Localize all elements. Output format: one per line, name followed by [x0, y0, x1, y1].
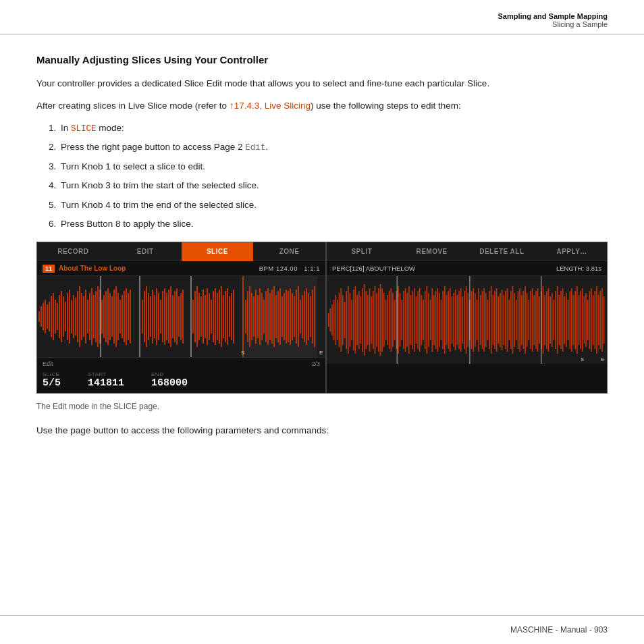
tab-zone[interactable]: ZONE	[253, 242, 325, 261]
svg-rect-284	[599, 291, 601, 349]
svg-rect-48	[144, 291, 145, 342]
svg-text:S: S	[241, 350, 245, 356]
svg-rect-224	[492, 295, 493, 345]
list-content: Turn Knob 1 to select a slice to edit.	[61, 160, 608, 173]
svg-rect-159	[376, 293, 377, 347]
tab-delete-all[interactable]: DELETE ALL	[467, 242, 537, 261]
live-slicing-link[interactable]: ↑17.4.3, Live Slicing	[230, 101, 311, 111]
svg-rect-96	[257, 295, 259, 338]
svg-rect-187	[426, 286, 427, 354]
svg-rect-166	[389, 291, 390, 349]
svg-rect-67	[182, 290, 184, 344]
svg-rect-118	[302, 295, 303, 338]
page-indicator: 2/3	[311, 360, 320, 367]
svg-rect-81	[219, 290, 220, 344]
svg-rect-206	[460, 288, 462, 352]
header: Sampling and Sample Mapping Slicing a Sa…	[0, 0, 644, 34]
list-content: Turn Knob 3 to trim the start of the sel…	[61, 179, 608, 192]
left-panel: RECORD EDIT SLICE ZONE 11 About The Low …	[37, 242, 325, 393]
svg-rect-15	[67, 293, 68, 340]
svg-rect-123	[312, 290, 313, 344]
svg-rect-70	[196, 286, 198, 347]
tab-edit[interactable]: EDIT	[109, 242, 182, 261]
svg-rect-17	[71, 300, 72, 333]
svg-rect-105	[275, 295, 277, 338]
svg-rect-263	[562, 288, 564, 352]
track-name: About The Low Loop	[59, 265, 259, 272]
svg-rect-256	[549, 296, 551, 344]
svg-rect-178	[410, 295, 412, 345]
svg-rect-216	[478, 288, 479, 352]
svg-rect-119	[304, 291, 305, 342]
svg-rect-140	[342, 295, 344, 345]
svg-rect-285	[601, 288, 603, 352]
svg-rect-201	[452, 296, 453, 344]
svg-rect-248	[535, 291, 537, 349]
svg-rect-54	[156, 288, 157, 345]
tab-record[interactable]: RECORD	[37, 242, 109, 261]
svg-rect-215	[477, 300, 478, 340]
svg-rect-236	[514, 293, 515, 347]
svg-text:E: E	[319, 350, 323, 356]
slice-param-label: SLICE	[43, 371, 61, 377]
svg-rect-80	[217, 293, 218, 340]
svg-rect-281	[594, 291, 595, 349]
tab-slice[interactable]: SLICE	[182, 242, 254, 261]
svg-rect-255	[548, 288, 549, 352]
svg-rect-95	[255, 290, 257, 344]
tab-split[interactable]: SPLIT	[327, 242, 397, 261]
svg-rect-233	[508, 300, 510, 340]
list-item: 6. Press Button 8 to apply the slice.	[36, 217, 608, 231]
edit-bar: Edit 2/3	[37, 357, 325, 370]
svg-rect-98	[261, 293, 263, 340]
tab-remove[interactable]: REMOVE	[397, 242, 467, 261]
tab-apply[interactable]: APPLY…	[537, 242, 607, 261]
slice-info-bar: SLICE 5/5 START 141811 END 168000	[37, 370, 325, 393]
svg-rect-4	[45, 300, 46, 333]
svg-rect-21	[79, 286, 80, 347]
svg-rect-29	[95, 291, 97, 342]
svg-rect-3	[43, 303, 44, 330]
svg-rect-135	[333, 300, 335, 340]
svg-rect-270	[574, 291, 576, 349]
svg-rect-210	[467, 293, 468, 347]
svg-rect-124	[314, 286, 315, 347]
svg-rect-197	[444, 286, 446, 354]
svg-rect-120	[306, 288, 307, 345]
main-content: Manually Adjusting Slices Using Your Con…	[0, 34, 644, 438]
start-param: START 141811	[88, 371, 124, 389]
after-creating-text: After creating slices in Live Slice mode…	[36, 101, 230, 111]
svg-rect-157	[373, 291, 374, 349]
svg-rect-257	[552, 293, 553, 347]
svg-rect-99	[263, 300, 265, 333]
bpm-info: BPM 124.00 1:1:1	[259, 265, 320, 272]
svg-rect-41	[119, 300, 121, 333]
svg-rect-8	[53, 293, 54, 340]
svg-rect-121	[308, 293, 309, 340]
svg-rect-33	[103, 295, 105, 338]
svg-rect-85	[227, 288, 228, 345]
svg-rect-173	[401, 300, 402, 340]
svg-rect-169	[394, 300, 396, 340]
svg-rect-108	[281, 296, 283, 337]
svg-rect-50	[148, 293, 149, 340]
svg-rect-164	[385, 300, 387, 340]
svg-rect-221	[487, 300, 489, 340]
svg-rect-264	[564, 296, 565, 344]
svg-rect-154	[367, 295, 369, 345]
left-info-bar: 11 About The Low Loop BPM 124.00 1:1:1	[37, 261, 325, 276]
svg-rect-262	[560, 291, 562, 349]
list-number: 1.	[36, 122, 61, 136]
waveform-svg-right: S E	[327, 276, 607, 364]
svg-rect-235	[512, 286, 514, 354]
end-param: END 168000	[151, 371, 188, 389]
svg-rect-71	[198, 293, 200, 340]
svg-rect-186	[425, 291, 426, 349]
svg-rect-239	[519, 288, 520, 352]
svg-rect-155	[369, 288, 371, 352]
svg-rect-61	[170, 286, 171, 347]
svg-rect-107	[279, 288, 281, 345]
svg-rect-36	[109, 293, 111, 340]
track-number: 11	[43, 265, 55, 273]
svg-rect-83	[223, 295, 224, 338]
